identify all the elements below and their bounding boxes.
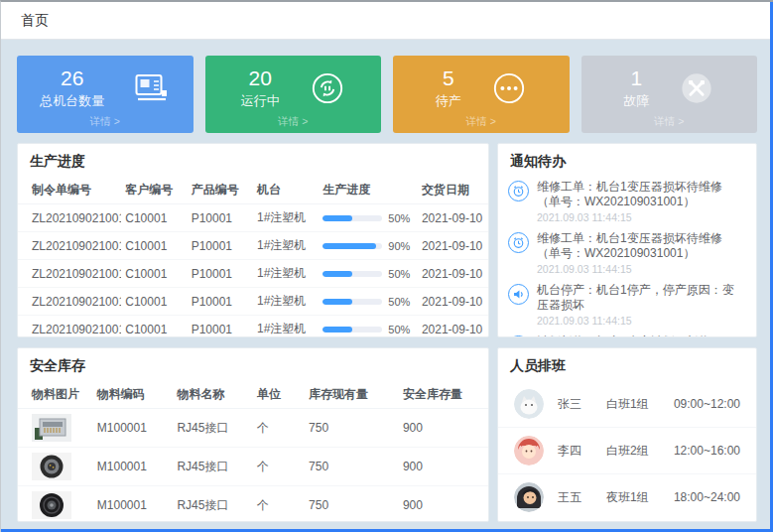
progress-label: 90% — [388, 240, 410, 252]
topbar: 首页 — [1, 2, 773, 40]
card-value: 20 — [241, 66, 280, 90]
table-row[interactable]: ZL202109021001 C10001 P10001 1#注塑机 50% 2… — [18, 260, 488, 288]
order-no: ZL202109021001 — [18, 204, 121, 232]
card-text: 20 运行中 — [241, 66, 280, 110]
notice-item[interactable]: 维修工单：机台1变压器损坏待维修（单号：WX202109031001） 2021… — [498, 228, 756, 280]
schedule-row[interactable]: 张三 白班1组 09:00~12:00 — [498, 381, 756, 428]
product-no: P10001 — [188, 204, 253, 232]
col-header: 库存现有量 — [305, 381, 399, 409]
card-body: 20 运行中 — [205, 61, 382, 110]
col-header: 生产进度 — [319, 177, 418, 204]
table-row[interactable]: M100001 RJ45接口 个 750 900 — [18, 486, 488, 523]
product-no: P10001 — [188, 288, 253, 316]
staff-name: 王五 — [558, 489, 606, 506]
material-code: M100001 — [93, 448, 174, 486]
schedule-row[interactable]: 王五 夜班1组 18:00~24:00 — [498, 474, 756, 520]
delivery-date: 2021-09-10 — [418, 232, 488, 260]
notice-time: 2021.09.03 11:44:15 — [537, 263, 744, 276]
refresh-icon — [310, 70, 345, 106]
panel-title: 安全库存 — [18, 348, 488, 381]
card-detail-link[interactable]: 详情 > — [393, 114, 570, 128]
card-value: 26 — [40, 66, 104, 90]
speaker-icon — [508, 284, 529, 305]
order-no: ZL202109021001 — [18, 260, 121, 288]
order-no: ZL202109021001 — [18, 288, 121, 316]
staff-time: 18:00~24:00 — [674, 490, 740, 504]
progress-cell: 90% — [319, 232, 418, 260]
material-code: M100001 — [93, 409, 174, 448]
notice-body: 计划暂停：机台1生产计划已暂停 2021.09.03 11:44:15 — [537, 334, 710, 337]
notifications-panel: 通知待办 维修工单：机台1变压器损坏待维修（单号：WX202109031001）… — [497, 143, 757, 337]
customer-no: C10001 — [121, 316, 187, 338]
material-code: M100001 — [93, 486, 174, 523]
notice-text: 机台停产：机台1停产，停产原因：变压器损坏 — [537, 283, 744, 313]
staff-time: 09:00~12:00 — [674, 397, 740, 411]
progress-label: 50% — [388, 296, 410, 308]
table-header-row: 制令单编号 客户编号 产品编号 机台 生产进度 交货日期 — [18, 177, 488, 204]
stat-cards: 26 总机台数量 详情 > 20 运行中 详情 > — [1, 40, 773, 141]
rj45-connector-photo-image — [32, 414, 71, 442]
table-row[interactable]: ZL202109021001 C10001 P10001 1#注塑机 50% 2… — [18, 288, 488, 316]
material-image-cell — [18, 486, 93, 523]
col-header: 产品编号 — [188, 177, 253, 204]
speaker-icon — [508, 335, 529, 337]
table-row[interactable]: ZL202109021001 C10001 P10001 1#注塑机 90% 2… — [18, 232, 488, 260]
card-label: 运行中 — [241, 92, 280, 110]
staff-shift: 白班2组 — [606, 443, 674, 460]
notice-time: 2021.09.03 11:44:15 — [537, 315, 744, 328]
material-unit: 个 — [253, 486, 305, 523]
notice-item[interactable]: 机台停产：机台1停产，停产原因：变压器损坏 2021.09.03 11:44:1… — [498, 280, 756, 332]
panel-grid: 生产进度 制令单编号 客户编号 产品编号 机台 生产进度 交货日期 ZL2021 — [1, 141, 773, 522]
delivery-date: 2021-09-10 — [418, 260, 488, 288]
delivery-date: 2021-09-10 — [418, 288, 488, 316]
machine-name: 1#注塑机 — [253, 288, 319, 316]
product-no: P10001 — [188, 232, 253, 260]
notice-text: 维修工单：机台1变压器损坏待维修（单号：WX202109031001） — [537, 231, 744, 261]
progress-cell: 50% — [319, 204, 418, 232]
notice-body: 机台停产：机台1停产，停产原因：变压器损坏 2021.09.03 11:44:1… — [537, 283, 744, 328]
schedule-row[interactable]: 李四 白班2组 12:00~16:00 — [498, 428, 756, 474]
card-body: 5 待产 — [393, 61, 570, 110]
table-row[interactable]: M100001 RJ45接口 个 750 900 — [18, 409, 488, 448]
material-image-cell — [18, 448, 93, 486]
card-waiting[interactable]: 5 待产 详情 > — [393, 56, 570, 133]
progress-bar — [322, 215, 382, 221]
material-image-cell — [18, 409, 93, 448]
production-table: 制令单编号 客户编号 产品编号 机台 生产进度 交货日期 ZL202109021… — [18, 177, 488, 337]
material-name: RJ45接口 — [173, 486, 253, 523]
speaker-photo-image — [32, 491, 71, 519]
notice-item[interactable]: 维修工单：机台1变压器损坏待维修（单号：WX202109031001） 2021… — [498, 177, 756, 228]
col-header: 安全库存量 — [399, 381, 488, 409]
card-total-machines[interactable]: 26 总机台数量 详情 > — [17, 56, 193, 133]
table-row[interactable]: ZL202109021001 C10001 P10001 1#注塑机 50% 2… — [18, 204, 488, 232]
product-no: P10001 — [188, 260, 253, 288]
stock-current: 750 — [305, 448, 399, 486]
col-header: 交货日期 — [418, 177, 488, 204]
card-running[interactable]: 20 运行中 详情 > — [205, 56, 382, 133]
panel-title: 通知待办 — [498, 144, 756, 177]
progress-bar — [322, 327, 382, 332]
progress-cell: 50% — [319, 288, 418, 316]
col-header: 机台 — [253, 177, 319, 204]
customer-no: C10001 — [121, 288, 187, 316]
circular-connector-photo-image — [32, 453, 71, 480]
stock-table: 物料图片 物料编码 物料名称 单位 库存现有量 安全库存量 M100001 — [18, 381, 488, 522]
card-fault[interactable]: 1 故障 详情 > — [581, 56, 758, 133]
card-detail-link[interactable]: 详情 > — [581, 114, 758, 128]
card-detail-link[interactable]: 详情 > — [17, 114, 193, 128]
staff-name: 张三 — [558, 396, 606, 413]
staff-name: 李四 — [558, 443, 606, 460]
notice-text: 维修工单：机台1变压器损坏待维修（单号：WX202109031001） — [537, 180, 744, 209]
material-unit: 个 — [253, 448, 305, 486]
table-row[interactable]: ZL202109021001 C10001 P10001 1#注塑机 50% 2… — [18, 316, 488, 338]
delivery-date: 2021-09-10 — [418, 204, 488, 232]
customer-no: C10001 — [121, 260, 187, 288]
page-title[interactable]: 首页 — [21, 12, 49, 30]
staff-time: 12:00~16:00 — [674, 444, 740, 458]
avatar-zhangsan — [514, 389, 544, 419]
delivery-date: 2021-09-10 — [418, 316, 488, 338]
notice-time: 2021.09.03 11:44:15 — [537, 211, 744, 224]
card-detail-link[interactable]: 详情 > — [205, 114, 382, 128]
notice-item[interactable]: 计划暂停：机台1生产计划已暂停 2021.09.03 11:44:15 — [498, 332, 756, 337]
table-row[interactable]: M100001 RJ45接口 个 750 900 — [18, 448, 488, 486]
